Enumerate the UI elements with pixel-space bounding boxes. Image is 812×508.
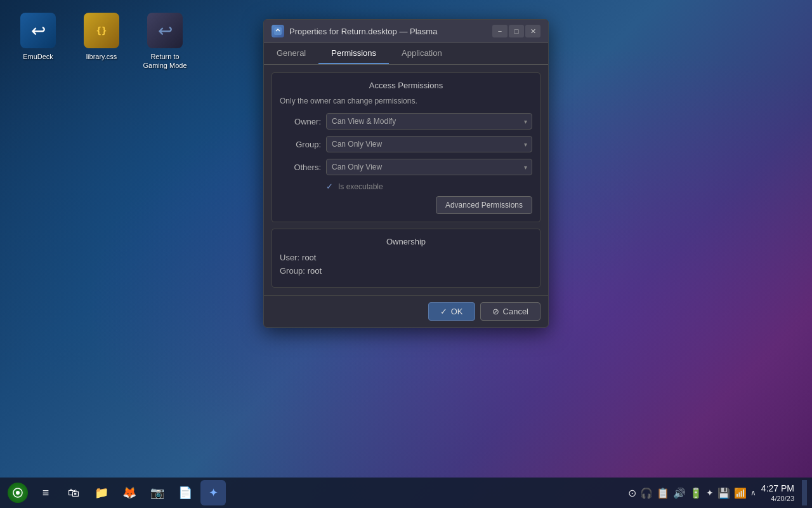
ownership-section: Ownership User: root Group: root [272, 229, 540, 288]
ok-label: OK [451, 307, 463, 316]
clock-time: 4:27 PM [761, 483, 794, 494]
cancel-button[interactable]: ⊘ Cancel [480, 302, 540, 321]
texteditor-icon: 📄 [178, 486, 192, 500]
group-label: Group: [280, 140, 321, 149]
owner-row: Owner: Can View & Modify Can Only View F… [280, 113, 532, 130]
files-icon: 📁 [95, 486, 108, 500]
group-select[interactable]: Can View & Modify Can Only View Forbidde… [326, 136, 532, 152]
executable-checkmark-icon: ✓ [326, 182, 333, 191]
owner-select-wrapper[interactable]: Can View & Modify Can Only View Forbidde… [326, 113, 532, 130]
bluetooth-icon[interactable]: ✦ [706, 488, 714, 498]
steam-icon [8, 483, 28, 503]
tab-general[interactable]: General [264, 43, 318, 64]
tab-permissions[interactable]: Permissions [318, 43, 389, 64]
dialog-app-icon [272, 25, 284, 37]
kdeconnect-icon: ✦ [209, 486, 218, 500]
access-permissions-info: Only the owner can change permissions. [280, 97, 532, 105]
ownership-title: Ownership [280, 237, 532, 246]
cancel-icon: ⊘ [492, 307, 499, 316]
dialog-controls: − □ ✕ [492, 25, 540, 37]
storage-icon[interactable]: 💾 [717, 487, 730, 499]
taskbar-right: ⊙ 🎧 📋 🔊 🔋 ✦ 💾 📶 ∧ 4:27 PM 4/20/23 [628, 480, 807, 505]
screenrecorder-icon: 📷 [150, 486, 164, 500]
minimize-button[interactable]: − [492, 25, 508, 37]
ownership-group-value: root [308, 266, 322, 276]
group-select-wrapper[interactable]: Can View & Modify Can Only View Forbidde… [326, 136, 532, 152]
expand-tray-icon[interactable]: ∧ [750, 488, 756, 497]
taskbar-steam-button[interactable] [5, 480, 30, 505]
taskbar-mixer-button[interactable]: ≡ [33, 480, 58, 505]
svg-point-2 [16, 491, 20, 495]
ownership-user-label: User: [280, 253, 299, 262]
group-row: Group: Can View & Modify Can Only View F… [280, 136, 532, 152]
others-select-wrapper[interactable]: Can View & Modify Can Only View Forbidde… [326, 159, 532, 175]
dialog-titlebar: Properties for Return.desktop — Plasma −… [264, 20, 548, 43]
ownership-user-row: User: root [280, 253, 532, 262]
headphone-icon[interactable]: 🎧 [640, 487, 653, 499]
dialog-footer: ✓ OK ⊘ Cancel [264, 295, 548, 327]
close-button[interactable]: ✕ [525, 25, 540, 37]
ownership-user-value: root [302, 253, 316, 262]
dialog-title: Properties for Return.desktop — Plasma [289, 27, 437, 36]
others-label: Others: [280, 163, 321, 172]
system-clock[interactable]: 4:27 PM 4/20/23 [761, 483, 794, 503]
advanced-permissions-button[interactable]: Advanced Permissions [436, 196, 532, 214]
taskbar-firefox-button[interactable]: 🦊 [117, 480, 142, 505]
owner-label: Owner: [280, 117, 321, 126]
taskbar-files-button[interactable]: 📁 [89, 480, 114, 505]
desktop: ↩ EmuDeck {} library.css ↩ Return toGami… [0, 0, 812, 508]
owner-select[interactable]: Can View & Modify Can Only View Forbidde… [326, 113, 532, 130]
access-permissions-title: Access Permissions [280, 81, 532, 90]
firefox-icon: 🦊 [122, 486, 136, 500]
clipboard-icon[interactable]: 📋 [657, 487, 669, 499]
ownership-group-row: Group: root [280, 266, 532, 276]
ok-check-icon: ✓ [440, 307, 447, 316]
clock-date: 4/20/23 [761, 494, 794, 503]
taskbar-texteditor-button[interactable]: 📄 [173, 480, 198, 505]
ok-button[interactable]: ✓ OK [428, 302, 475, 321]
system-icons-area: ⊙ 🎧 📋 🔊 🔋 ✦ 💾 📶 ∧ [628, 487, 756, 499]
taskbar-screenrecorder-button[interactable]: 📷 [145, 480, 170, 505]
dialog-tabs: General Permissions Application [264, 43, 548, 65]
access-permissions-section: Access Permissions Only the owner can ch… [272, 72, 540, 222]
ownership-group-label: Group: [280, 266, 305, 276]
network-icon[interactable]: 📶 [734, 487, 747, 499]
advanced-btn-row: Advanced Permissions [280, 196, 532, 214]
executable-row: ✓ Is executable [280, 182, 532, 191]
others-select[interactable]: Can View & Modify Can Only View Forbidde… [326, 159, 532, 175]
cancel-label: Cancel [503, 307, 528, 316]
battery-icon[interactable]: 🔋 [690, 487, 702, 499]
tab-application[interactable]: Application [389, 43, 455, 64]
dialog-overlay: Properties for Return.desktop — Plasma −… [0, 0, 812, 478]
discover-icon: 🛍 [68, 486, 79, 500]
others-row: Others: Can View & Modify Can Only View … [280, 159, 532, 175]
properties-dialog: Properties for Return.desktop — Plasma −… [263, 19, 549, 328]
title-left: Properties for Return.desktop — Plasma [272, 25, 437, 37]
maximize-button[interactable]: □ [509, 25, 524, 37]
volume-icon[interactable]: 🔊 [673, 487, 686, 499]
steam-sys-icon[interactable]: ⊙ [628, 487, 636, 499]
show-desktop-button[interactable] [802, 480, 807, 505]
taskbar-left: ≡ 🛍 📁 🦊 📷 📄 ✦ [5, 480, 628, 505]
taskbar-kdeconnect-button[interactable]: ✦ [200, 480, 226, 505]
executable-label: Is executable [338, 182, 383, 191]
taskbar-discover-button[interactable]: 🛍 [61, 480, 86, 505]
svg-rect-0 [274, 27, 282, 35]
dialog-content: Access Permissions Only the owner can ch… [264, 65, 548, 295]
mixer-icon: ≡ [43, 486, 49, 500]
taskbar: ≡ 🛍 📁 🦊 📷 📄 ✦ ⊙ 🎧 [0, 478, 812, 508]
